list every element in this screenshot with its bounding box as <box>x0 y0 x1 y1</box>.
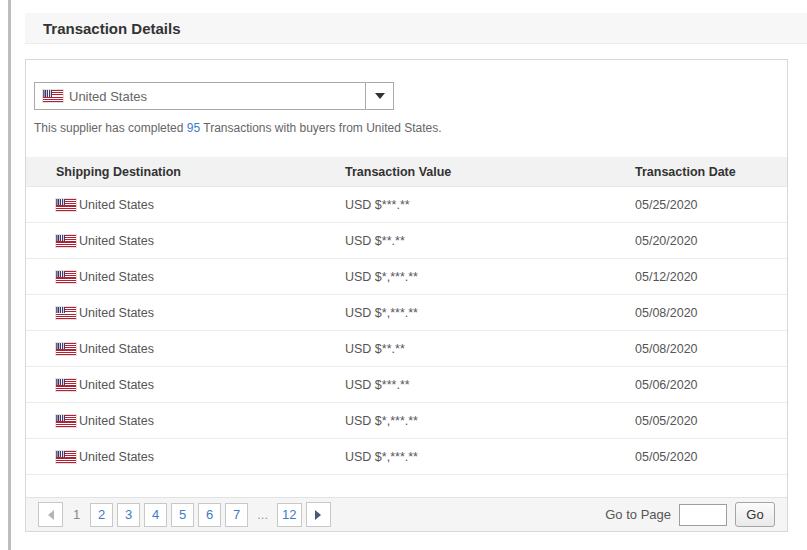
shipping-destination-cell: United States <box>56 450 345 464</box>
summary-prefix: This supplier has completed <box>34 121 183 135</box>
us-flag-icon <box>56 415 76 427</box>
destination-label: United States <box>79 378 154 392</box>
column-header-shipping-destination: Shipping Destination <box>56 165 345 179</box>
transaction-date: 05/05/2020 <box>635 450 787 464</box>
transaction-value: USD $*,***.** <box>345 270 635 284</box>
table-row: United States USD $**.** 05/20/2020 <box>26 223 787 259</box>
page-left-rule <box>8 0 11 550</box>
page-button-group: 234567 <box>90 503 248 527</box>
transaction-value: USD $***.** <box>345 198 635 212</box>
table-row: United States USD $**.** 05/08/2020 <box>26 331 787 367</box>
country-select-label: United States <box>69 89 147 104</box>
shipping-destination-cell: United States <box>56 342 345 356</box>
go-button[interactable]: Go <box>735 502 775 527</box>
transaction-date: 05/20/2020 <box>635 234 787 248</box>
page-button-7[interactable]: 7 <box>225 503 248 527</box>
country-select-arrow-button[interactable] <box>365 83 393 109</box>
transaction-value: USD $*,***.** <box>345 306 635 320</box>
transaction-count-link[interactable]: 95 <box>187 121 200 135</box>
chevron-right-icon <box>315 510 321 520</box>
page-button-4[interactable]: 4 <box>144 503 167 527</box>
page-title: Transaction Details <box>43 20 181 37</box>
shipping-destination-cell: United States <box>56 306 345 320</box>
transactions-table: Shipping Destination Transaction Value T… <box>26 157 787 475</box>
destination-label: United States <box>79 234 154 248</box>
current-page-indicator: 1 <box>73 507 80 522</box>
table-row: United States USD $*,***.** 05/08/2020 <box>26 295 787 331</box>
page-button-last[interactable]: 12 <box>277 503 301 527</box>
pagination-ellipsis: ... <box>257 507 268 522</box>
us-flag-icon <box>56 379 76 391</box>
destination-label: United States <box>79 342 154 356</box>
summary-text: This supplier has completed 95 Transacti… <box>34 121 787 135</box>
shipping-destination-cell: United States <box>56 198 345 212</box>
transaction-value: USD $***.** <box>345 378 635 392</box>
table-header-row: Shipping Destination Transaction Value T… <box>26 157 787 187</box>
shipping-destination-cell: United States <box>56 270 345 284</box>
destination-label: United States <box>79 414 154 428</box>
page-button-2[interactable]: 2 <box>90 503 113 527</box>
goto-page-label: Go to Page <box>605 507 671 522</box>
table-row: United States USD $***.** 05/06/2020 <box>26 367 787 403</box>
transaction-date: 05/05/2020 <box>635 414 787 428</box>
us-flag-icon <box>56 235 76 247</box>
transaction-date: 05/12/2020 <box>635 270 787 284</box>
us-flag-icon <box>43 90 63 102</box>
destination-label: United States <box>79 450 154 464</box>
transaction-value: USD $**.** <box>345 234 635 248</box>
transaction-details-panel: United States This supplier has complete… <box>25 59 788 532</box>
transaction-date: 05/08/2020 <box>635 306 787 320</box>
goto-page-group: Go to Page Go <box>605 502 775 527</box>
table-row: United States USD $*,***.** 05/12/2020 <box>26 259 787 295</box>
us-flag-icon <box>56 307 76 319</box>
us-flag-icon <box>56 343 76 355</box>
chevron-down-icon <box>375 93 385 99</box>
summary-suffix: Transactions with buyers from United Sta… <box>203 121 441 135</box>
table-row: United States USD $***.** 05/25/2020 <box>26 187 787 223</box>
pagination: 1 234567 ... 12 <box>38 502 331 527</box>
destination-label: United States <box>79 270 154 284</box>
table-row: United States USD $*,***.** 05/05/2020 <box>26 403 787 439</box>
table-footer: 1 234567 ... 12 Go to Page Go <box>26 497 787 531</box>
country-select-dropdown[interactable]: United States <box>34 82 394 110</box>
country-select-value[interactable]: United States <box>35 83 365 109</box>
transaction-value: USD $*,***.** <box>345 414 635 428</box>
destination-label: United States <box>79 198 154 212</box>
page-button-6[interactable]: 6 <box>198 503 221 527</box>
us-flag-icon <box>56 451 76 463</box>
shipping-destination-cell: United States <box>56 378 345 392</box>
transaction-date: 05/06/2020 <box>635 378 787 392</box>
goto-page-input[interactable] <box>679 504 727 526</box>
table-body: United States USD $***.** 05/25/2020 Uni… <box>26 187 787 475</box>
table-row: United States USD $*,***.** 05/05/2020 <box>26 439 787 475</box>
transaction-date: 05/25/2020 <box>635 198 787 212</box>
us-flag-icon <box>56 199 76 211</box>
column-header-transaction-value: Transaction Value <box>345 165 635 179</box>
shipping-destination-cell: United States <box>56 234 345 248</box>
page-header: Transaction Details <box>25 13 807 44</box>
transaction-date: 05/08/2020 <box>635 342 787 356</box>
next-page-button[interactable] <box>306 502 331 527</box>
column-header-transaction-date: Transaction Date <box>635 165 787 179</box>
shipping-destination-cell: United States <box>56 414 345 428</box>
chevron-left-icon <box>48 510 54 520</box>
destination-label: United States <box>79 306 154 320</box>
page-button-3[interactable]: 3 <box>117 503 140 527</box>
prev-page-button[interactable] <box>38 502 63 527</box>
transaction-value: USD $**.** <box>345 342 635 356</box>
us-flag-icon <box>56 271 76 283</box>
page-button-5[interactable]: 5 <box>171 503 194 527</box>
transaction-value: USD $*,***.** <box>345 450 635 464</box>
